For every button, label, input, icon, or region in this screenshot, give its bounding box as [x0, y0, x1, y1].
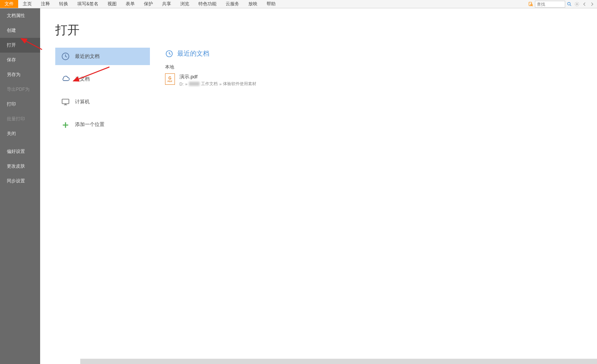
svg-line-4 — [570, 5, 571, 6]
menu-tab-present[interactable]: 放映 — [244, 0, 262, 8]
location-add[interactable]: ＋ 添加一个位置 — [55, 116, 150, 133]
find-page-icon[interactable] — [527, 1, 534, 8]
sidebar-item-export: 导出PDF为 — [0, 82, 40, 97]
clock-icon — [61, 51, 70, 61]
search-input[interactable] — [535, 1, 565, 8]
file-path: D: » 工作文档 » 体验软件使用素材 — [179, 81, 256, 87]
menu-tab-protect[interactable]: 保护 — [139, 0, 157, 8]
sidebar-item-batchprint: 批量打印 — [0, 112, 40, 126]
svg-line-2 — [532, 5, 533, 6]
menu-tab-feature[interactable]: 特色功能 — [194, 0, 221, 8]
location-label: 最近的文档 — [75, 53, 100, 60]
redacted-path-segment — [189, 82, 200, 86]
location-label: 云文档 — [75, 76, 90, 82]
recent-header-label: 最近的文档 — [177, 49, 209, 58]
menu-tab-view[interactable]: 视图 — [103, 0, 121, 8]
sidebar-item-sync[interactable]: 同步设置 — [0, 174, 40, 188]
menu-tab-convert[interactable]: 转换 — [55, 0, 73, 8]
clock-icon — [165, 50, 173, 58]
file-meta: 演示.pdf D: » 工作文档 » 体验软件使用素材 — [179, 73, 256, 87]
menubar-right — [527, 0, 597, 8]
cloud-icon — [61, 74, 70, 84]
nav-forward-icon[interactable] — [589, 1, 595, 8]
sidebar-item-create[interactable]: 创建 — [0, 23, 40, 38]
gear-icon[interactable] — [574, 1, 580, 8]
menu-tab-annotate[interactable]: 注释 — [36, 0, 55, 8]
location-cloud[interactable]: 云文档 — [55, 70, 150, 88]
menu-tab-forms[interactable]: 表单 — [121, 0, 139, 8]
menu-tab-browse[interactable]: 浏览 — [176, 0, 194, 8]
location-label: 添加一个位置 — [75, 121, 104, 128]
pdf-file-icon: GPDF — [165, 73, 175, 85]
sidebar-item-preferences[interactable]: 偏好设置 — [0, 144, 40, 159]
svg-point-3 — [567, 2, 570, 5]
location-computer[interactable]: 计算机 — [55, 93, 150, 110]
menu-tab-fillsign[interactable]: 填写&签名 — [73, 0, 103, 8]
file-sidebar: 文档属性 创建 打开 保存 另存为 导出PDF为 打印 批量打印 关闭 偏好设置… — [0, 8, 40, 364]
sidebar-item-properties[interactable]: 文档属性 — [0, 8, 40, 23]
recent-header: 最近的文档 — [165, 49, 256, 58]
search-icon[interactable] — [566, 1, 573, 8]
menu-tab-home[interactable]: 主页 — [18, 0, 36, 8]
open-panel: 打开 最近的文档 云文档 — [40, 8, 597, 364]
status-bar — [80, 359, 597, 364]
menu-tab-file[interactable]: 文件 — [0, 0, 18, 8]
svg-rect-7 — [62, 99, 69, 104]
menu-tab-help[interactable]: 帮助 — [262, 0, 280, 8]
recent-documents-column: 最近的文档 本地 GPDF 演示.pdf D: » 工作文档 » — [165, 48, 256, 133]
svg-point-5 — [576, 3, 578, 5]
sidebar-gap — [0, 141, 40, 144]
plus-icon: ＋ — [61, 120, 70, 129]
file-name: 演示.pdf — [179, 73, 256, 80]
location-recent[interactable]: 最近的文档 — [55, 48, 150, 65]
panel-title: 打开 — [55, 22, 597, 39]
menu-tab-share[interactable]: 共享 — [157, 0, 176, 8]
top-menubar: 文件 主页 注释 转换 填写&签名 视图 表单 保护 共享 浏览 特色功能 云服… — [0, 0, 597, 8]
sidebar-item-open[interactable]: 打开 — [0, 38, 40, 53]
sidebar-item-save[interactable]: 保存 — [0, 53, 40, 67]
sidebar-item-print[interactable]: 打印 — [0, 97, 40, 112]
sidebar-item-close[interactable]: 关闭 — [0, 126, 40, 141]
location-label: 计算机 — [75, 98, 90, 105]
file-row[interactable]: GPDF 演示.pdf D: » 工作文档 » 体验软件使用素材 — [165, 73, 256, 87]
location-list: 最近的文档 云文档 计算机 ＋ 添加一个位置 — [55, 48, 150, 133]
menu-tab-cloud[interactable]: 云服务 — [221, 0, 244, 8]
computer-icon — [61, 97, 70, 107]
sidebar-item-saveas[interactable]: 另存为 — [0, 67, 40, 82]
nav-back-icon[interactable] — [581, 1, 588, 8]
local-section-label: 本地 — [165, 64, 256, 70]
sidebar-item-skin[interactable]: 更改皮肤 — [0, 159, 40, 174]
